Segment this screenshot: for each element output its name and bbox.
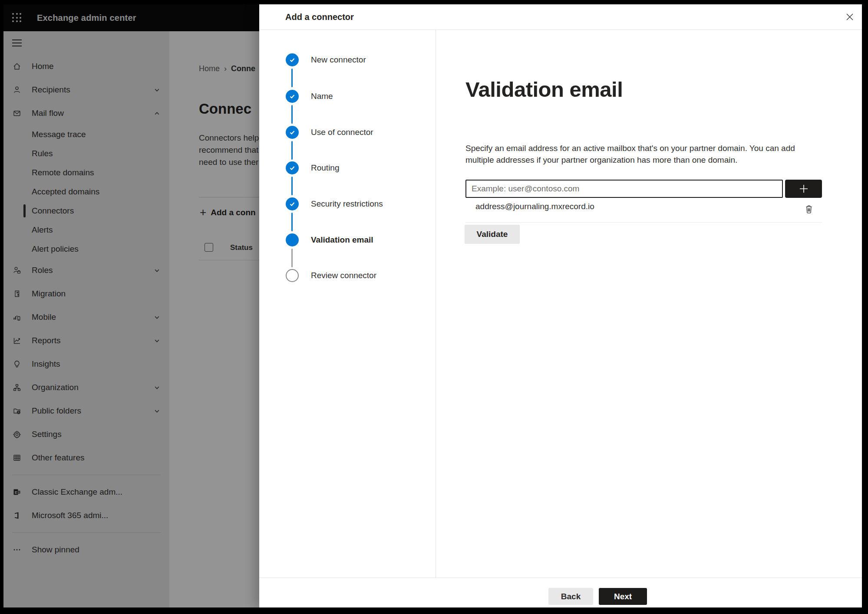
modal-header: Add a connector: [259, 4, 862, 30]
step-check-icon: [286, 53, 299, 66]
step-name[interactable]: Name: [286, 90, 333, 103]
step-connector-line: [291, 249, 293, 267]
wizard-stepper: [259, 30, 436, 578]
step-check-icon: [286, 197, 299, 210]
validate-button[interactable]: Validate: [465, 225, 520, 244]
step-todo-circle: [286, 269, 299, 282]
footer-divider: [259, 578, 862, 578]
step-connector-line: [291, 105, 293, 124]
panel-heading: Validation email: [465, 77, 623, 102]
step-connector-line: [291, 213, 293, 231]
step-validation-email[interactable]: Validation email: [286, 233, 373, 246]
delete-address-icon[interactable]: [803, 203, 815, 215]
screenshot-frame: Exchange admin center Home Recipients: [0, 0, 868, 614]
step-review-connector[interactable]: Review connector: [286, 269, 376, 282]
panel-description: Specify an email address for an active m…: [465, 142, 796, 166]
modal-title: Add a connector: [285, 4, 354, 30]
step-check-icon: [286, 90, 299, 103]
step-security-restrictions[interactable]: Security restrictions: [286, 197, 383, 210]
validation-email-input[interactable]: [465, 180, 783, 198]
close-icon[interactable]: [844, 11, 856, 23]
step-new-connector[interactable]: New connector: [286, 53, 366, 66]
step-routing[interactable]: Routing: [286, 161, 340, 174]
step-connector-line: [291, 69, 293, 87]
step-check-icon: [286, 126, 299, 139]
app-window: Exchange admin center Home Recipients: [3, 4, 862, 607]
back-button[interactable]: Back: [548, 588, 593, 605]
divider: [465, 222, 822, 223]
add-address-button[interactable]: [785, 180, 822, 198]
plus-icon: [798, 183, 809, 194]
add-connector-modal: Add a connector New connector Name U: [259, 4, 862, 607]
step-connector-line: [291, 141, 293, 160]
step-use-of-connector[interactable]: Use of connector: [286, 126, 373, 139]
step-current-dot: [286, 233, 299, 246]
next-button[interactable]: Next: [599, 588, 647, 605]
added-address: address@journaling.mxrecord.io: [475, 202, 594, 211]
step-check-icon: [286, 161, 299, 174]
step-connector-line: [291, 177, 293, 195]
